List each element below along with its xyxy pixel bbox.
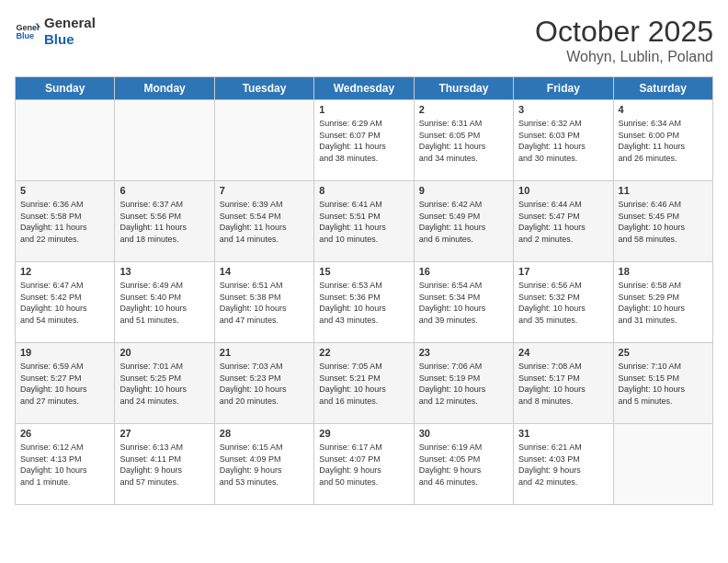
cell-content: Sunrise: 6:44 AM Sunset: 5:47 PM Dayligh…: [518, 199, 608, 245]
cell-content: Sunrise: 6:59 AM Sunset: 5:27 PM Dayligh…: [20, 361, 109, 407]
cell-content: Sunrise: 6:21 AM Sunset: 4:03 PM Dayligh…: [518, 442, 608, 488]
cell-content: Sunrise: 6:32 AM Sunset: 6:03 PM Dayligh…: [518, 118, 608, 164]
table-cell: 26Sunrise: 6:12 AM Sunset: 4:13 PM Dayli…: [16, 424, 115, 505]
day-number: 13: [119, 266, 209, 277]
cell-content: Sunrise: 6:49 AM Sunset: 5:40 PM Dayligh…: [119, 280, 209, 326]
day-number: 29: [319, 428, 408, 439]
svg-text:Blue: Blue: [16, 31, 34, 40]
cell-content: Sunrise: 7:08 AM Sunset: 5:17 PM Dayligh…: [518, 361, 608, 407]
table-cell: 27Sunrise: 6:13 AM Sunset: 4:11 PM Dayli…: [115, 424, 214, 505]
day-number: 15: [319, 266, 408, 277]
header-thursday: Thursday: [414, 77, 513, 100]
calendar-week-4: 19Sunrise: 6:59 AM Sunset: 5:27 PM Dayli…: [16, 343, 713, 424]
calendar-week-2: 5Sunrise: 6:36 AM Sunset: 5:58 PM Daylig…: [16, 181, 713, 262]
cell-content: Sunrise: 7:05 AM Sunset: 5:21 PM Dayligh…: [319, 361, 408, 407]
table-cell: [214, 100, 313, 181]
day-number: 8: [319, 185, 408, 196]
day-number: 20: [119, 347, 209, 358]
cell-content: Sunrise: 6:51 AM Sunset: 5:38 PM Dayligh…: [220, 280, 309, 326]
location: Wohyn, Lublin, Poland: [535, 49, 713, 65]
table-cell: 16Sunrise: 6:54 AM Sunset: 5:34 PM Dayli…: [414, 262, 513, 343]
table-cell: 21Sunrise: 7:03 AM Sunset: 5:23 PM Dayli…: [214, 343, 313, 424]
day-number: 27: [119, 428, 209, 439]
page-header: General Blue General Blue October 2025 W…: [15, 15, 713, 65]
table-cell: 4Sunrise: 6:34 AM Sunset: 6:00 PM Daylig…: [613, 100, 712, 181]
day-number: 12: [20, 266, 109, 277]
day-number: 9: [419, 185, 508, 196]
table-cell: 17Sunrise: 6:56 AM Sunset: 5:32 PM Dayli…: [514, 262, 613, 343]
day-number: 10: [518, 185, 608, 196]
day-number: 19: [20, 347, 109, 358]
table-cell: 9Sunrise: 6:42 AM Sunset: 5:49 PM Daylig…: [414, 181, 513, 262]
day-number: 3: [518, 104, 608, 115]
table-cell: 18Sunrise: 6:58 AM Sunset: 5:29 PM Dayli…: [613, 262, 712, 343]
cell-content: Sunrise: 7:10 AM Sunset: 5:15 PM Dayligh…: [619, 361, 708, 407]
cell-content: Sunrise: 6:36 AM Sunset: 5:58 PM Dayligh…: [20, 199, 109, 245]
day-number: 1: [319, 104, 408, 115]
cell-content: Sunrise: 6:47 AM Sunset: 5:42 PM Dayligh…: [20, 280, 109, 326]
day-number: 28: [220, 428, 309, 439]
title-block: October 2025 Wohyn, Lublin, Poland: [535, 15, 713, 65]
table-cell: 5Sunrise: 6:36 AM Sunset: 5:58 PM Daylig…: [16, 181, 115, 262]
day-number: 7: [220, 185, 309, 196]
day-number: 24: [518, 347, 608, 358]
table-cell: 20Sunrise: 7:01 AM Sunset: 5:25 PM Dayli…: [115, 343, 214, 424]
logo: General Blue General Blue: [15, 15, 96, 48]
table-cell: 29Sunrise: 6:17 AM Sunset: 4:07 PM Dayli…: [314, 424, 414, 505]
cell-content: Sunrise: 6:37 AM Sunset: 5:56 PM Dayligh…: [119, 199, 209, 245]
table-cell: 14Sunrise: 6:51 AM Sunset: 5:38 PM Dayli…: [214, 262, 313, 343]
day-number: 31: [518, 428, 608, 439]
table-cell: 31Sunrise: 6:21 AM Sunset: 4:03 PM Dayli…: [514, 424, 613, 505]
cell-content: Sunrise: 6:19 AM Sunset: 4:05 PM Dayligh…: [419, 442, 508, 488]
calendar-table: Sunday Monday Tuesday Wednesday Thursday…: [15, 76, 713, 505]
table-cell: 24Sunrise: 7:08 AM Sunset: 5:17 PM Dayli…: [514, 343, 613, 424]
cell-content: Sunrise: 6:29 AM Sunset: 6:07 PM Dayligh…: [319, 118, 408, 164]
table-cell: 1Sunrise: 6:29 AM Sunset: 6:07 PM Daylig…: [314, 100, 414, 181]
table-cell: 25Sunrise: 7:10 AM Sunset: 5:15 PM Dayli…: [613, 343, 712, 424]
table-cell: 22Sunrise: 7:05 AM Sunset: 5:21 PM Dayli…: [314, 343, 414, 424]
day-number: 16: [419, 266, 508, 277]
calendar-week-3: 12Sunrise: 6:47 AM Sunset: 5:42 PM Dayli…: [16, 262, 713, 343]
table-cell: 11Sunrise: 6:46 AM Sunset: 5:45 PM Dayli…: [613, 181, 712, 262]
cell-content: Sunrise: 6:41 AM Sunset: 5:51 PM Dayligh…: [319, 199, 408, 245]
logo-icon: General Blue: [15, 18, 40, 44]
day-number: 2: [419, 104, 508, 115]
day-number: 4: [619, 104, 708, 115]
day-number: 11: [619, 185, 708, 196]
logo-blue: Blue: [44, 31, 96, 48]
table-cell: 3Sunrise: 6:32 AM Sunset: 6:03 PM Daylig…: [514, 100, 613, 181]
table-cell: 13Sunrise: 6:49 AM Sunset: 5:40 PM Dayli…: [115, 262, 214, 343]
table-cell: 28Sunrise: 6:15 AM Sunset: 4:09 PM Dayli…: [214, 424, 313, 505]
header-wednesday: Wednesday: [314, 77, 414, 100]
calendar-header-row: Sunday Monday Tuesday Wednesday Thursday…: [16, 77, 713, 100]
table-cell: 23Sunrise: 7:06 AM Sunset: 5:19 PM Dayli…: [414, 343, 513, 424]
table-cell: [115, 100, 214, 181]
table-cell: 2Sunrise: 6:31 AM Sunset: 6:05 PM Daylig…: [414, 100, 513, 181]
day-number: 30: [419, 428, 508, 439]
header-sunday: Sunday: [16, 77, 115, 100]
day-number: 5: [20, 185, 109, 196]
day-number: 6: [119, 185, 209, 196]
day-number: 14: [220, 266, 309, 277]
cell-content: Sunrise: 6:31 AM Sunset: 6:05 PM Dayligh…: [419, 118, 508, 164]
cell-content: Sunrise: 6:54 AM Sunset: 5:34 PM Dayligh…: [419, 280, 508, 326]
cell-content: Sunrise: 6:58 AM Sunset: 5:29 PM Dayligh…: [619, 280, 708, 326]
day-number: 17: [518, 266, 608, 277]
cell-content: Sunrise: 6:12 AM Sunset: 4:13 PM Dayligh…: [20, 442, 109, 488]
table-cell: 15Sunrise: 6:53 AM Sunset: 5:36 PM Dayli…: [314, 262, 414, 343]
cell-content: Sunrise: 6:13 AM Sunset: 4:11 PM Dayligh…: [119, 442, 209, 488]
cell-content: Sunrise: 6:39 AM Sunset: 5:54 PM Dayligh…: [220, 199, 309, 245]
day-number: 26: [20, 428, 109, 439]
cell-content: Sunrise: 6:17 AM Sunset: 4:07 PM Dayligh…: [319, 442, 408, 488]
month-title: October 2025: [535, 15, 713, 49]
day-number: 21: [220, 347, 309, 358]
cell-content: Sunrise: 6:42 AM Sunset: 5:49 PM Dayligh…: [419, 199, 508, 245]
header-saturday: Saturday: [613, 77, 712, 100]
header-friday: Friday: [514, 77, 613, 100]
table-cell: 19Sunrise: 6:59 AM Sunset: 5:27 PM Dayli…: [16, 343, 115, 424]
table-cell: 10Sunrise: 6:44 AM Sunset: 5:47 PM Dayli…: [514, 181, 613, 262]
table-cell: [16, 100, 115, 181]
table-cell: 8Sunrise: 6:41 AM Sunset: 5:51 PM Daylig…: [314, 181, 414, 262]
cell-content: Sunrise: 6:56 AM Sunset: 5:32 PM Dayligh…: [518, 280, 608, 326]
table-cell: [613, 424, 712, 505]
